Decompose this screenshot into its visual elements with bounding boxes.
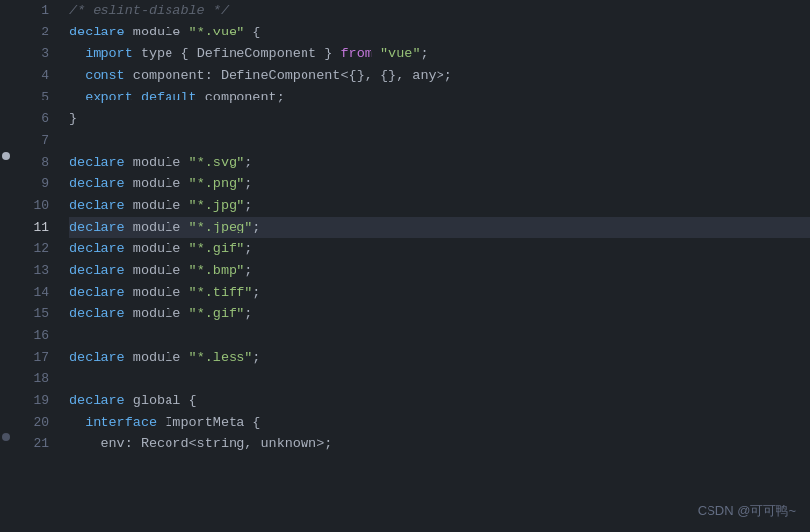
code-line-1: /* eslint-disable */: [69, 0, 810, 22]
code-line-19: declare global {: [69, 390, 810, 412]
line-number-18: 18: [12, 368, 49, 390]
line-number-17: 17: [12, 347, 49, 368]
line-number-19: 19: [12, 390, 49, 412]
code-line-14: declare module "*.tiff";: [69, 282, 810, 303]
line-number-7: 7: [12, 130, 49, 152]
code-line-16: [69, 325, 810, 347]
line-number-5: 5: [12, 87, 49, 108]
line-number-20: 20: [12, 412, 49, 433]
line-number-8: 8: [12, 152, 49, 173]
line-number-15: 15: [12, 303, 49, 325]
line-number-4: 4: [12, 65, 49, 87]
line-number-10: 10: [12, 195, 49, 217]
code-line-3: import type { DefineComponent } from "vu…: [69, 43, 810, 65]
line-number-6: 6: [12, 108, 49, 130]
line-number-11: 11: [12, 217, 49, 238]
left-markers-panel: [0, 0, 12, 532]
line-number-12: 12: [12, 238, 49, 260]
code-editor: 123456789101112131415161718192021 /* esl…: [0, 0, 810, 532]
code-line-17: declare module "*.less";: [69, 347, 810, 368]
line-number-2: 2: [12, 22, 49, 43]
line-number-9: 9: [12, 173, 49, 195]
code-line-7: [69, 130, 810, 152]
code-line-13: declare module "*.bmp";: [69, 260, 810, 282]
code-line-4: const component: DefineComponent<{}, {},…: [69, 65, 810, 87]
code-line-6: }: [69, 108, 810, 130]
code-line-15: declare module "*.gif";: [69, 303, 810, 325]
code-content: /* eslint-disable */declare module "*.vu…: [61, 0, 810, 532]
line-numbers-gutter: 123456789101112131415161718192021: [12, 0, 61, 532]
code-line-8: declare module "*.svg";: [69, 152, 810, 173]
code-line-11: declare module "*.jpeg";: [69, 217, 810, 238]
line-number-21: 21: [12, 433, 49, 455]
marker-dark: [2, 433, 10, 441]
code-line-2: declare module "*.vue" {: [69, 22, 810, 43]
watermark: CSDN @可可鸭~: [698, 502, 796, 520]
line-number-13: 13: [12, 260, 49, 282]
code-line-10: declare module "*.jpg";: [69, 195, 810, 217]
line-number-1: 1: [12, 0, 49, 22]
marker-m: [2, 152, 10, 160]
line-number-14: 14: [12, 282, 49, 303]
line-number-16: 16: [12, 325, 49, 347]
code-line-21: env: Record<string, unknown>;: [69, 433, 810, 455]
line-number-3: 3: [12, 43, 49, 65]
code-line-18: [69, 368, 810, 390]
code-line-12: declare module "*.gif";: [69, 238, 810, 260]
code-line-20: interface ImportMeta {: [69, 412, 810, 433]
code-line-9: declare module "*.png";: [69, 173, 810, 195]
code-line-5: export default component;: [69, 87, 810, 108]
